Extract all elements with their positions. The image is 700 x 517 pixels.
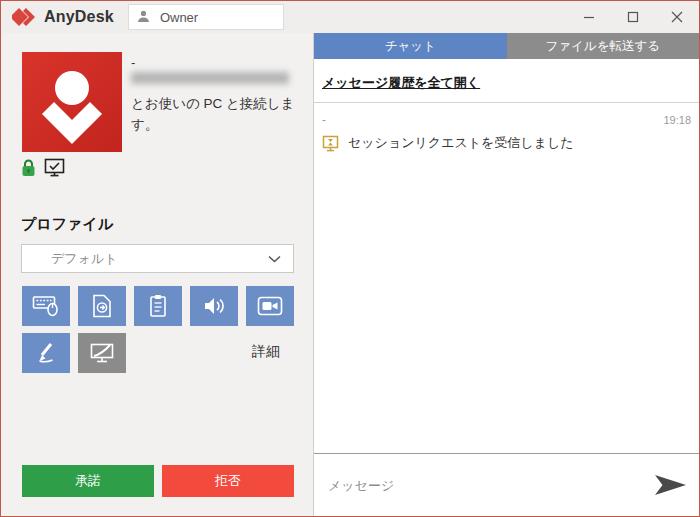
profile-selected-option: デフォルト xyxy=(51,250,268,268)
session-request-panel: - とお使いの PC と接続します。 プロファイル デフォルト xyxy=(1,33,313,516)
lock-icon xyxy=(21,158,36,177)
send-icon xyxy=(654,472,687,498)
anydesk-logo-icon xyxy=(12,6,38,28)
draw-icon xyxy=(35,342,57,364)
owner-tab-label: Owner xyxy=(160,10,198,25)
owner-tab[interactable]: Owner xyxy=(128,4,284,30)
permission-input-button[interactable] xyxy=(22,286,70,326)
minimize-button[interactable] xyxy=(567,1,611,33)
permission-audio-button[interactable] xyxy=(190,286,238,326)
avatar xyxy=(22,52,122,152)
details-link[interactable]: 詳細 xyxy=(236,343,296,361)
message-time: 19:18 xyxy=(663,114,691,126)
message-text: セッションリクエストを受信しました xyxy=(348,134,574,152)
permission-draw-button[interactable] xyxy=(22,333,70,373)
file-transfer-icon xyxy=(92,294,112,318)
profile-heading: プロファイル xyxy=(21,215,113,234)
close-icon xyxy=(671,11,683,23)
history-bar: メッセージ履歴を全て開く xyxy=(314,59,699,103)
monitor-check-icon xyxy=(44,158,65,177)
record-icon xyxy=(257,296,283,316)
keyboard-mouse-icon xyxy=(32,295,60,317)
maximize-icon xyxy=(627,11,639,23)
message-sender: - xyxy=(322,113,326,127)
session-status-icons xyxy=(21,158,65,177)
close-button[interactable] xyxy=(655,1,699,33)
anydesk-user-avatar-icon xyxy=(22,52,122,152)
window-controls xyxy=(567,1,699,33)
permission-record-button[interactable] xyxy=(246,286,294,326)
session-request-icon xyxy=(322,135,339,152)
reject-button[interactable]: 拒否 xyxy=(162,465,294,497)
accept-button[interactable]: 承諾 xyxy=(22,465,154,497)
send-button[interactable] xyxy=(654,472,687,498)
user-id-redacted xyxy=(131,72,289,84)
tab-chat[interactable]: チャット xyxy=(314,33,507,59)
message-input[interactable] xyxy=(328,478,654,493)
open-message-history-link[interactable]: メッセージ履歴を全て開く xyxy=(322,75,480,90)
chat-message-list: - 19:18 セッションリクエストを受信しました xyxy=(314,103,699,453)
tab-file-transfer[interactable]: ファイルを転送する xyxy=(507,33,700,59)
app-title: AnyDesk xyxy=(44,8,114,26)
profile-select[interactable]: デフォルト xyxy=(21,244,294,273)
chat-panel: チャット ファイルを転送する メッセージ履歴を全て開く - 19:18 xyxy=(313,33,699,516)
user-icon xyxy=(137,10,150,24)
anydesk-window: AnyDesk Owner - xyxy=(0,0,700,517)
audio-icon xyxy=(203,296,225,316)
chevron-down-icon xyxy=(268,255,281,263)
permission-privacy-button[interactable] xyxy=(78,333,126,373)
privacy-mode-icon xyxy=(89,342,115,364)
permission-clipboard-button[interactable] xyxy=(134,286,182,326)
maximize-button[interactable] xyxy=(611,1,655,33)
minimize-icon xyxy=(583,11,595,23)
permission-file-transfer-button[interactable] xyxy=(78,286,126,326)
connect-description: とお使いの PC と接続します。 xyxy=(131,94,303,136)
message-input-bar xyxy=(314,453,699,516)
clipboard-icon xyxy=(149,294,167,318)
chat-tabs: チャット ファイルを転送する xyxy=(314,33,699,59)
user-name: - xyxy=(131,55,135,70)
titlebar: AnyDesk Owner xyxy=(1,1,699,33)
chat-message: - 19:18 セッションリクエストを受信しました xyxy=(322,113,691,152)
